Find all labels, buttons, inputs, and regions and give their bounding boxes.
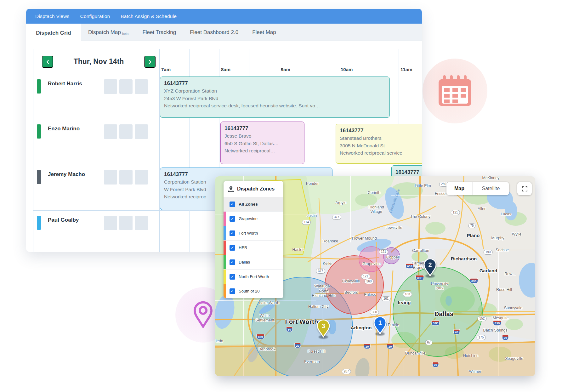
driver-name: Jeremy Macho <box>48 171 85 178</box>
slot-placeholder <box>135 216 148 230</box>
svg-text:1: 1 <box>378 319 382 326</box>
zone-grapevine[interactable] <box>359 247 384 272</box>
legend-header: Dispatch Zones <box>224 181 283 197</box>
grid-column-line <box>159 49 160 252</box>
job-detail: 2453 W Forest Park Blvd <box>164 95 386 102</box>
zone-label: South of 20 <box>239 289 260 293</box>
map-pin-icon <box>193 301 213 329</box>
driver-name: Robert Harris <box>48 81 82 87</box>
zone-color-strip <box>224 241 226 255</box>
zone-label: Dallas <box>239 260 250 264</box>
slot-placeholder <box>104 216 117 230</box>
job-id: 16143777 <box>340 127 422 134</box>
zone-color-strip <box>224 255 226 269</box>
zone-checkbox[interactable]: ✓ <box>230 216 235 222</box>
zone-blob-purple[interactable] <box>383 247 400 264</box>
time-label-8am: 8am <box>221 67 230 72</box>
calendar-icon <box>439 75 471 107</box>
marker-pin-icon: 3 <box>316 319 331 338</box>
zone-row-south-of-20[interactable]: ✓South of 20 <box>224 284 283 298</box>
marker-pin-icon: 2 <box>423 258 437 276</box>
fullscreen-icon <box>522 186 527 191</box>
svg-text:3: 3 <box>321 322 325 329</box>
zone-label: HEB <box>239 245 247 250</box>
zones-map-pin-icon <box>228 186 234 192</box>
zone-row-north-fort-worth[interactable]: ✓North Fort Worth <box>224 269 283 284</box>
time-label-9am: 9am <box>281 67 290 72</box>
chevron-right-icon <box>148 60 152 64</box>
slot-placeholder <box>119 170 133 185</box>
job-detail: Jesse Bravo <box>224 132 300 140</box>
map-type-map-button[interactable]: Map <box>446 182 472 195</box>
grid-row-border <box>33 49 422 49</box>
driver-name: Paul Goalby <box>48 217 79 223</box>
job-id: 16143777 <box>224 125 300 132</box>
driver-color-indicator <box>37 170 41 184</box>
driver-color-indicator <box>37 216 41 230</box>
fullscreen-button[interactable] <box>517 182 532 195</box>
date-label: Thur, Nov 14th <box>53 57 144 66</box>
grid-row-border <box>33 165 422 165</box>
job-detail: Networked reciprocal… <box>224 147 300 155</box>
zone-checkbox[interactable]: ✓ <box>230 202 235 207</box>
slot-placeholder <box>104 170 117 185</box>
map-type-control: Map Satellite <box>446 182 509 195</box>
slot-placeholder <box>119 124 133 139</box>
job-id: 16143777 <box>164 80 386 87</box>
screenshot-root: Disptach ViewsConfigurationBatch Assign … <box>0 0 562 392</box>
svg-text:2: 2 <box>428 261 432 268</box>
job-id: 16143777 <box>395 168 422 176</box>
dispatch-zones-legend: Dispatch Zones ✓All Zones✓Grapevine✓Fort… <box>224 181 283 298</box>
grid-row-border <box>33 119 422 119</box>
slot-placeholder <box>119 216 133 230</box>
zone-label: All Zones <box>239 202 258 207</box>
zone-checkbox[interactable]: ✓ <box>230 288 235 294</box>
time-label-11am: 11am <box>400 67 412 72</box>
slot-placeholder <box>119 79 133 94</box>
zone-row-all-zones[interactable]: ✓All Zones <box>224 197 283 211</box>
zone-color-strip <box>224 226 226 240</box>
job-detail: 650 S Griffin St, Dallas… <box>224 140 300 147</box>
map-type-satellite-button[interactable]: Satellite <box>472 182 509 195</box>
zone-color-strip <box>224 270 226 284</box>
prev-day-button[interactable] <box>42 56 53 68</box>
zone-color-strip <box>224 284 226 298</box>
driver-color-indicator <box>37 79 41 94</box>
zone-row-grapevine[interactable]: ✓Grapevine <box>224 211 283 226</box>
zone-label: North Fort Worth <box>239 274 269 279</box>
marker-pin-icon: 1 <box>373 316 387 334</box>
job-detail: XYZ Corporation Station <box>164 87 386 95</box>
zone-checkbox[interactable]: ✓ <box>230 274 235 280</box>
job-detail: Networked reciprocal service-desk, focus… <box>164 102 386 110</box>
zone-dallas[interactable] <box>393 267 482 356</box>
job-detail: Networked reciprocal service <box>340 149 422 157</box>
driver-name: Enzo Marino <box>48 126 80 132</box>
zone-row-heb[interactable]: ✓HEB <box>224 240 283 255</box>
job-card[interactable]: 16143777Jesse Bravo650 S Griffin St, Dal… <box>220 122 304 164</box>
job-detail: Stanstead Brothers <box>340 134 422 142</box>
zone-row-dallas[interactable]: ✓Dallas <box>224 255 283 269</box>
calendar-decoration <box>423 59 487 123</box>
chevron-left-icon <box>46 60 49 64</box>
legend-title: Dispatch Zones <box>237 186 275 192</box>
driver-color-indicator <box>37 124 41 139</box>
grid-row-border <box>33 74 422 74</box>
job-card[interactable]: 16143777Stanstead Brothers3005 N McDonal… <box>336 124 422 164</box>
map-panel[interactable]: PonderCorinthLittle ElmFriscoMcKinneyArg… <box>215 176 535 376</box>
next-day-button[interactable] <box>144 56 156 68</box>
zone-checkbox[interactable]: ✓ <box>230 259 235 265</box>
slot-placeholder <box>135 124 148 139</box>
zone-checkbox[interactable]: ✓ <box>230 245 235 251</box>
zone-row-fort-worth[interactable]: ✓Fort Worth <box>224 226 283 240</box>
zone-label: Grapevine <box>239 216 258 221</box>
job-card[interactable]: 16143777XYZ Corporation Station2453 W Fo… <box>160 77 390 118</box>
zone-checkbox[interactable]: ✓ <box>230 230 235 236</box>
slot-placeholder <box>135 170 148 185</box>
time-label-7am: 7am <box>161 67 171 72</box>
job-detail: 3005 N McDonald St <box>340 142 422 150</box>
zone-color-strip <box>224 212 226 226</box>
time-label-10am: 10am <box>341 67 353 72</box>
slot-placeholder <box>104 79 117 94</box>
zone-label: Fort Worth <box>239 231 258 236</box>
grid-left-border <box>33 49 33 252</box>
